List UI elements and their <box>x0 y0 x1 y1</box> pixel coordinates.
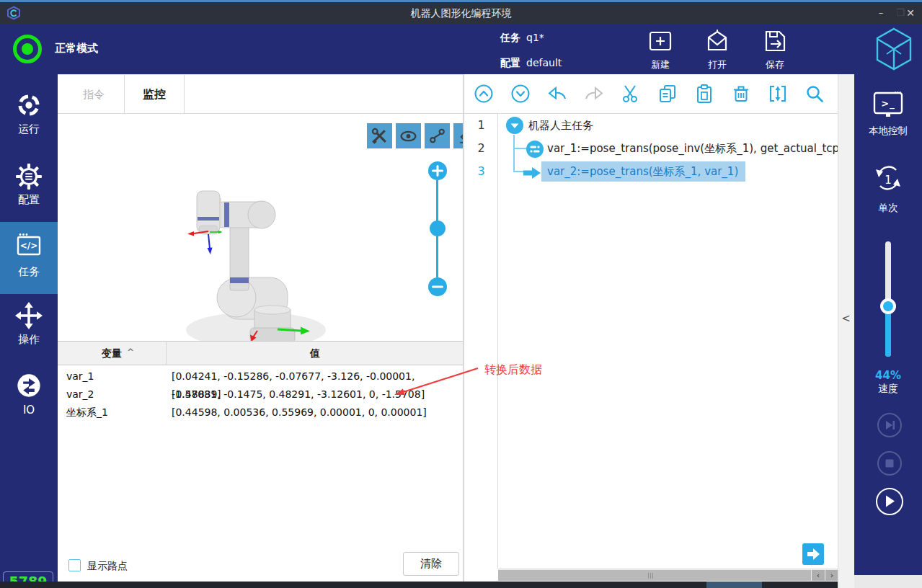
io-arrows-icon <box>15 372 43 399</box>
bottom-right-filler <box>854 575 922 588</box>
sidebar-item-run[interactable] <box>0 92 58 122</box>
move-up-button[interactable] <box>474 84 494 104</box>
mode-label: 正常模式 <box>55 42 98 55</box>
gear-icon <box>15 163 43 190</box>
tab-instruction[interactable]: 指令 <box>63 75 125 114</box>
save-icon <box>762 29 788 53</box>
cut-icon <box>621 84 641 104</box>
sidebar-item-io[interactable] <box>0 372 58 402</box>
scrollbar-thumb[interactable] <box>498 570 811 581</box>
collapse-panel-handle[interactable]: < <box>838 312 854 325</box>
sidebar-item-run-label[interactable]: 运行 <box>0 122 58 136</box>
close-button[interactable]: ✕ <box>898 2 922 24</box>
program-line-text[interactable]: var_1:=pose_trans(pose_inv(坐标系_1), get_a… <box>547 137 838 160</box>
expand-collapse-icon <box>768 84 788 104</box>
column-header-value[interactable]: 值 <box>167 341 464 365</box>
plus-icon <box>428 161 447 180</box>
expand-collapse-button[interactable] <box>768 84 788 104</box>
search-button[interactable] <box>804 84 825 104</box>
paste-button[interactable] <box>694 84 714 104</box>
step-arrow-icon[interactable] <box>523 166 541 179</box>
brand-logo-icon <box>874 27 914 71</box>
variable-name[interactable]: var_1 <box>66 368 94 386</box>
view-path-button[interactable] <box>425 123 450 148</box>
assignment-icon[interactable] <box>526 140 544 159</box>
tab-monitor[interactable]: 监控 <box>125 75 185 114</box>
open-task-button[interactable]: 打开 <box>694 29 740 71</box>
scroll-left-button[interactable]: ‹ <box>812 570 825 581</box>
next-step-button[interactable] <box>802 543 824 565</box>
sidebar-item-config[interactable] <box>0 163 58 193</box>
scrollbar-grip <box>648 573 655 579</box>
view-erase-button[interactable] <box>453 123 464 148</box>
speed-label: 速度 <box>854 383 922 396</box>
speed-slider-handle[interactable] <box>880 298 896 314</box>
sidebar-item-config-label[interactable]: 配置 <box>0 193 58 207</box>
single-run-label[interactable]: 单次 <box>854 202 922 215</box>
arrow-right-icon <box>802 543 824 565</box>
line-number: 2 <box>464 137 498 160</box>
new-task-label: 新建 <box>637 58 683 71</box>
window-title: 机器人图形化编程环境 <box>0 2 922 24</box>
move-down-button[interactable] <box>510 84 531 104</box>
view-tools-button[interactable] <box>367 123 392 148</box>
redo-button[interactable] <box>584 84 604 104</box>
tree-connector <box>513 135 515 172</box>
column-divider <box>166 341 167 365</box>
variable-name[interactable]: 坐标系_1 <box>66 404 108 422</box>
local-control-label[interactable]: 本地控制 <box>854 125 922 138</box>
delete-icon <box>731 84 751 104</box>
skip-icon <box>879 414 900 436</box>
stop-button[interactable] <box>877 451 902 476</box>
taskbar-highlight <box>706 582 762 588</box>
move-down-icon <box>510 84 531 104</box>
stop-icon <box>879 453 900 474</box>
eye-icon <box>398 125 419 146</box>
view-visibility-button[interactable] <box>396 123 421 148</box>
zoom-out-button[interactable] <box>428 277 447 296</box>
panel-divider <box>838 74 854 588</box>
tree-connector <box>513 171 523 172</box>
tree-collapse-icon[interactable] <box>505 116 524 135</box>
copy-button[interactable] <box>657 84 678 104</box>
horizontal-scrollbar[interactable]: ‹ › <box>498 569 838 581</box>
column-header-variable[interactable]: 变量 <box>58 341 166 365</box>
new-folder-icon <box>647 29 673 53</box>
delete-button[interactable] <box>731 84 751 104</box>
skip-step-button[interactable] <box>877 413 902 437</box>
play-button[interactable] <box>876 488 903 515</box>
terminal-glyph: >_ <box>854 98 922 109</box>
sidebar-item-operate[interactable] <box>0 302 58 332</box>
clear-button[interactable]: 清除 <box>403 552 459 576</box>
undo-button[interactable] <box>547 84 567 104</box>
program-toolbar <box>464 74 838 114</box>
program-line-selected[interactable]: var_2:=pose_trans(坐标系_1, var_1) <box>541 161 745 182</box>
show-waypoints-checkbox[interactable] <box>68 559 81 571</box>
zoom-slider-handle[interactable] <box>430 220 446 236</box>
variable-name[interactable]: var_2 <box>66 386 94 404</box>
robot-3d-view[interactable] <box>177 169 342 349</box>
sidebar-item-task-label[interactable]: 任务 <box>0 265 58 279</box>
sort-ascending-icon[interactable]: ^ <box>127 341 134 365</box>
title-bar: 机器人图形化编程环境 <box>0 2 922 24</box>
sidebar-item-io-label[interactable]: IO <box>0 404 58 416</box>
zoom-in-button[interactable] <box>428 161 447 180</box>
tab-monitor-label: 监控 <box>143 87 166 101</box>
save-task-label: 保存 <box>752 58 798 71</box>
save-task-button[interactable]: 保存 <box>752 29 798 71</box>
redo-icon <box>584 84 604 104</box>
program-panel: 1 2 3 机器人主任务 var_1:=pose_trans(pose_inv(… <box>464 74 838 588</box>
config-value: default <box>526 57 562 68</box>
app-window: 机器人图形化编程环境 – ❐ ✕ 正常模式 任务 q1* 配置 default … <box>0 0 922 588</box>
sidebar-item-task[interactable]: </> <box>0 232 58 261</box>
paste-icon <box>694 84 714 104</box>
config-label: 配置 <box>500 57 520 70</box>
sidebar-item-operate-label[interactable]: 操作 <box>0 333 58 347</box>
program-line-text[interactable]: 机器人主任务 <box>528 114 593 137</box>
new-task-button[interactable]: 新建 <box>637 29 683 71</box>
move-arrows-icon <box>15 302 43 329</box>
line-number: 1 <box>464 114 498 137</box>
scroll-right-button[interactable]: › <box>825 570 838 581</box>
cut-button[interactable] <box>621 84 641 104</box>
mode-indicator-dot <box>22 43 33 55</box>
